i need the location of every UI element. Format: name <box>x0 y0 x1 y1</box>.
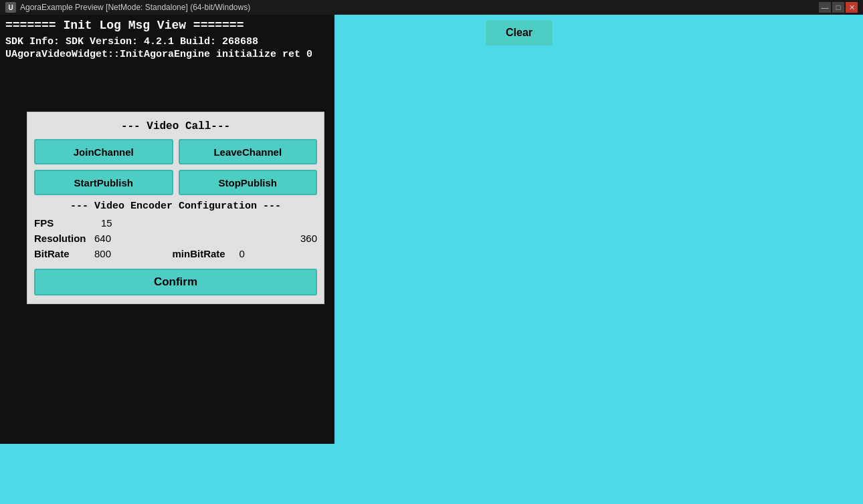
log-title: ======= Init Log Msg View ======= <box>5 19 570 32</box>
log-area: ======= Init Log Msg View ======= SDK In… <box>0 15 575 70</box>
video-panel: --- Video Call--- JoinChannel LeaveChann… <box>27 112 324 304</box>
resolution-width: 640 <box>94 233 300 244</box>
join-channel-button[interactable]: JoinChannel <box>34 139 173 164</box>
right-panel <box>575 15 863 504</box>
titlebar-left: U AgoraExample Preview [NetMode: Standal… <box>5 2 250 13</box>
resolution-row: Resolution 640 360 <box>34 233 317 244</box>
maximize-button[interactable]: □ <box>832 2 844 13</box>
minimize-button[interactable]: — <box>819 2 831 13</box>
resolution-label: Resolution <box>34 233 94 244</box>
fps-value: 15 <box>94 217 317 229</box>
channel-buttons-row: JoinChannel LeaveChannel <box>34 139 317 164</box>
encoder-title: --- Video Encoder Configuration --- <box>34 201 317 212</box>
bitrate-label: BitRate <box>34 248 94 259</box>
publish-buttons-row: StartPublish StopPublish <box>34 170 317 195</box>
bitrate-row: BitRate 800 minBitRate 0 <box>34 248 317 259</box>
start-publish-button[interactable]: StartPublish <box>34 170 173 195</box>
video-call-title: --- Video Call--- <box>34 120 317 132</box>
titlebar: U AgoraExample Preview [NetMode: Standal… <box>0 0 863 15</box>
titlebar-controls: — □ ✕ <box>819 2 858 13</box>
min-bitrate-label: minBitRate <box>173 248 239 259</box>
fps-row: FPS 15 <box>34 217 317 229</box>
left-panel: ======= Init Log Msg View ======= SDK In… <box>0 15 575 504</box>
init-info: UAgoraVideoWidget::InitAgoraEngine initi… <box>5 49 570 60</box>
sdk-info: SDK Info: SDK Version: 4.2.1 Build: 2686… <box>5 36 570 47</box>
ue-icon: U <box>5 2 16 13</box>
min-bitrate-value: 0 <box>239 248 318 259</box>
stop-publish-button[interactable]: StopPublish <box>179 170 318 195</box>
fps-label: FPS <box>34 217 94 229</box>
resolution-height: 360 <box>300 233 317 244</box>
mid-cyan-bg <box>334 15 575 476</box>
confirm-button[interactable]: Confirm <box>34 269 317 295</box>
main-area: ======= Init Log Msg View ======= SDK In… <box>0 15 863 504</box>
titlebar-title: AgoraExample Preview [NetMode: Standalon… <box>20 3 250 12</box>
close-button[interactable]: ✕ <box>846 2 858 13</box>
leave-channel-button[interactable]: LeaveChannel <box>179 139 318 164</box>
bottom-cyan <box>0 444 575 504</box>
bitrate-value: 800 <box>94 248 173 259</box>
